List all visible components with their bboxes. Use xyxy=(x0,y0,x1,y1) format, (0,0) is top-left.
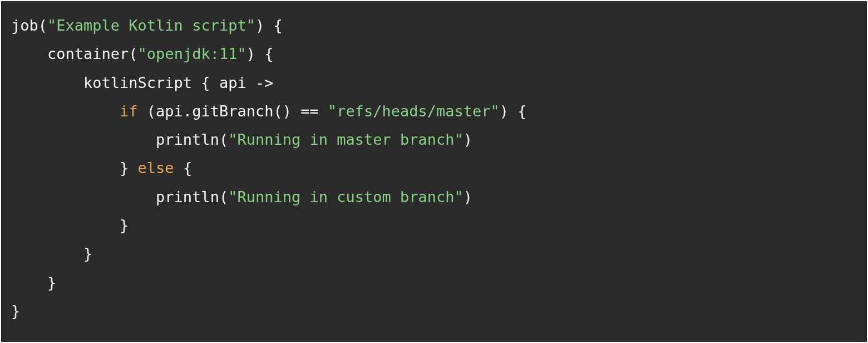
job-name-string: "Example Kotlin script" xyxy=(47,17,255,34)
fn-container: container xyxy=(47,45,129,62)
fn-job: job xyxy=(11,17,38,34)
keyword-if: if xyxy=(120,102,138,120)
close-paren: ) xyxy=(463,188,472,205)
fn-println: println( xyxy=(156,131,228,148)
indent xyxy=(11,159,120,177)
open-else: { xyxy=(174,159,193,177)
close-kotlinscript: } xyxy=(83,245,92,262)
keyword-else: else xyxy=(138,159,174,177)
close-if: } xyxy=(120,159,138,177)
indent xyxy=(11,274,47,291)
indent xyxy=(11,74,83,91)
msg-master: "Running in master branch" xyxy=(228,131,463,148)
kotlin-script: kotlinScript { api -> xyxy=(83,74,273,91)
indent xyxy=(11,217,120,234)
indent xyxy=(11,245,83,262)
indent xyxy=(11,45,47,62)
job-open-brace: ) { xyxy=(255,17,283,34)
indent xyxy=(11,102,120,120)
msg-custom: "Running in custom branch" xyxy=(228,188,463,205)
fn-println: println( xyxy=(156,188,228,205)
image-string: "openjdk:11" xyxy=(138,45,246,62)
code-block: job("Example Kotlin script") { container… xyxy=(1,1,867,335)
condition-open: (api.gitBranch() == xyxy=(138,102,328,120)
close-paren: ) xyxy=(463,131,472,148)
close-container: } xyxy=(47,274,56,291)
close-job: } xyxy=(11,302,20,320)
open-paren: ( xyxy=(129,45,137,62)
indent xyxy=(11,131,156,148)
condition-close: ) { xyxy=(500,102,527,120)
container-open-brace: ) { xyxy=(246,45,274,62)
branch-string: "refs/heads/master" xyxy=(328,102,500,120)
open-paren: ( xyxy=(38,17,47,34)
close-else: } xyxy=(120,217,129,234)
indent xyxy=(11,188,156,205)
